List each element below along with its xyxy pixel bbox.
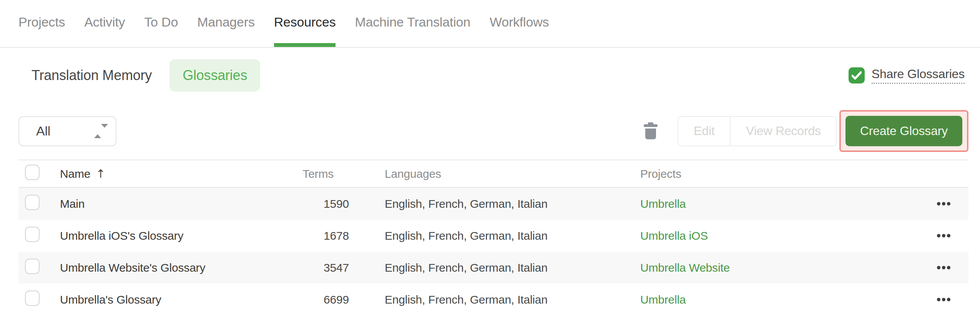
ellipsis-icon: [942, 266, 945, 269]
share-glossaries-toggle[interactable]: Share Glossaries: [849, 67, 965, 84]
tab-resources[interactable]: Resources: [274, 13, 336, 47]
checkmark-icon: [852, 71, 862, 80]
table-row: Umbrella iOS's Glossary 1678 English, Fr…: [18, 220, 968, 252]
column-header-terms: Terms: [288, 167, 349, 180]
tab-to-do[interactable]: To Do: [144, 13, 178, 47]
glossary-languages: English, French, German, Italian: [349, 229, 622, 242]
tab-workflows[interactable]: Workflows: [490, 13, 549, 47]
tab-managers[interactable]: Managers: [197, 13, 255, 47]
glossary-terms-count: 1678: [288, 229, 349, 242]
row-checkbox[interactable]: [25, 195, 40, 210]
column-header-projects: Projects: [622, 167, 919, 180]
glossary-name: Umbrella iOS's Glossary: [60, 229, 183, 242]
glossary-languages: English, French, German, Italian: [349, 293, 622, 306]
glossary-name: Main: [60, 197, 85, 210]
create-glossary-button[interactable]: Create Glossary: [845, 116, 962, 146]
sort-ascending-icon: ↑: [96, 167, 105, 180]
filter-selected-value: All: [19, 124, 50, 139]
select-all-checkbox[interactable]: [25, 165, 40, 180]
row-actions-menu-button[interactable]: [934, 197, 953, 211]
row-actions-menu-button[interactable]: [934, 229, 953, 243]
row-checkbox[interactable]: [25, 291, 40, 306]
delete-glossary-button[interactable]: [642, 122, 659, 140]
project-link[interactable]: Umbrella Website: [640, 261, 730, 274]
trash-icon: [643, 122, 658, 140]
view-records-button[interactable]: View Records: [730, 117, 836, 145]
glossary-languages: English, French, German, Italian: [349, 197, 622, 210]
selection-actions-group: Edit View Records: [678, 116, 837, 146]
row-actions-menu-button[interactable]: [934, 292, 953, 307]
glossary-terms-count: 6699: [288, 293, 349, 306]
project-link[interactable]: Umbrella: [640, 293, 686, 306]
column-header-languages: Languages: [349, 167, 622, 180]
project-link[interactable]: Umbrella iOS: [640, 229, 708, 242]
table-row: Main 1590 English, French, German, Itali…: [18, 188, 968, 220]
table-row: Umbrella Website's Glossary 3547 English…: [18, 252, 968, 284]
ellipsis-icon: [942, 298, 945, 301]
resources-subnav: Translation Memory Glossaries Share Glos…: [18, 59, 965, 92]
row-actions-menu-button[interactable]: [934, 261, 953, 275]
glossary-terms-count: 3547: [288, 261, 349, 274]
ellipsis-icon: [942, 234, 945, 237]
glossary-languages: English, French, German, Italian: [349, 261, 622, 274]
share-glossaries-checkbox[interactable]: [849, 67, 865, 84]
glossaries-toolbar: All Edit View Records Create Glossary: [18, 116, 968, 146]
share-glossaries-label[interactable]: Share Glossaries: [872, 67, 965, 84]
row-checkbox[interactable]: [25, 259, 40, 274]
toolbar-actions: Edit View Records Create Glossary: [642, 110, 968, 152]
glossary-name: Umbrella's Glossary: [60, 293, 161, 306]
tab-translation-memory[interactable]: Translation Memory: [18, 59, 165, 92]
tab-projects[interactable]: Projects: [18, 13, 65, 47]
tab-machine-translation[interactable]: Machine Translation: [355, 13, 470, 47]
edit-button[interactable]: Edit: [678, 117, 730, 145]
ellipsis-icon: [942, 202, 945, 205]
glossaries-table: Name ↑ Terms Languages Projects Main 159…: [18, 159, 968, 316]
tab-glossaries[interactable]: Glossaries: [169, 59, 260, 92]
column-header-name[interactable]: Name ↑: [60, 167, 288, 180]
row-checkbox[interactable]: [25, 227, 40, 242]
table-row: Umbrella's Glossary 6699 English, French…: [18, 284, 968, 316]
table-header-row: Name ↑ Terms Languages Projects: [18, 160, 968, 188]
glossary-filter-select[interactable]: All: [18, 116, 116, 146]
glossary-terms-count: 1590: [288, 197, 349, 210]
main-nav: Projects Activity To Do Managers Resourc…: [0, 0, 980, 48]
tab-activity[interactable]: Activity: [84, 13, 125, 47]
create-glossary-highlight-annotation: Create Glossary: [839, 110, 968, 152]
glossary-name: Umbrella Website's Glossary: [60, 261, 205, 274]
select-spinner-icon: [94, 128, 101, 135]
project-link[interactable]: Umbrella: [640, 197, 686, 210]
